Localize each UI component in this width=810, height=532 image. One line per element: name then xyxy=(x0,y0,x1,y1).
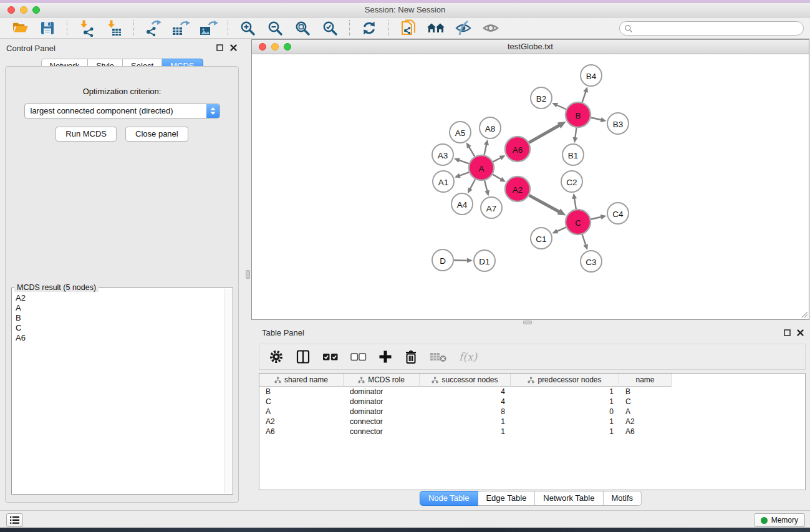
close-window-button[interactable] xyxy=(7,6,15,14)
control-panel: Control Panel NetworkStyleSelectMCDS Opt… xyxy=(0,39,244,508)
table-row[interactable]: Cdominator41C xyxy=(259,397,805,407)
graph-node-D[interactable]: D xyxy=(432,249,453,271)
table-row[interactable]: A6connector11A6 xyxy=(259,427,805,437)
tab-motifs[interactable]: Motifs xyxy=(603,491,642,506)
export-network-icon[interactable] xyxy=(143,19,163,37)
hide-panel-eye-icon[interactable] xyxy=(453,19,473,37)
table-settings-gear-icon[interactable] xyxy=(269,349,284,364)
select-all-checkboxes-icon[interactable] xyxy=(322,351,339,362)
deselect-all-checkboxes-icon[interactable] xyxy=(350,351,367,362)
network-canvas[interactable]: AA1A2A3A4A5A6A7A8BB1B2B3B4CC1C2C3C4DD1 xyxy=(252,54,809,319)
search-field[interactable] xyxy=(619,21,804,36)
graph-node-A2[interactable]: A2 xyxy=(505,177,530,201)
graph-node-A1[interactable]: A1 xyxy=(433,171,454,192)
open-session-button[interactable] xyxy=(10,19,30,37)
tab-node-table[interactable]: Node Table xyxy=(420,491,478,506)
delete-table-icon[interactable] xyxy=(430,351,447,363)
show-panel-eye-icon[interactable] xyxy=(481,19,501,37)
svg-text:A8: A8 xyxy=(485,124,496,133)
mcds-result-item[interactable]: A6 xyxy=(16,333,233,343)
result-scrollbar[interactable] xyxy=(224,289,233,493)
graph-node-A[interactable]: A xyxy=(469,155,494,180)
memory-button[interactable]: Memory xyxy=(754,513,805,527)
graph-node-B4[interactable]: B4 xyxy=(581,65,602,86)
tab-edge-table[interactable]: Edge Table xyxy=(478,491,535,506)
column-header-name[interactable]: name xyxy=(619,374,672,387)
graph-node-B[interactable]: B xyxy=(566,102,591,127)
zoom-out-icon[interactable] xyxy=(265,19,285,37)
network-close-button[interactable] xyxy=(259,43,266,51)
svg-text:C: C xyxy=(575,218,581,228)
graph-node-B3[interactable]: B3 xyxy=(607,113,629,134)
zoom-in-icon[interactable] xyxy=(238,19,258,37)
graph-node-C2[interactable]: C2 xyxy=(561,171,582,192)
graph-node-A7[interactable]: A7 xyxy=(481,197,502,218)
graph-node-C1[interactable]: C1 xyxy=(531,228,552,249)
home-view-icon[interactable] xyxy=(426,19,446,37)
fx-label: f(x) xyxy=(459,351,477,363)
vertical-splitter-grip[interactable] xyxy=(246,270,250,279)
zoom-fit-icon[interactable] xyxy=(292,19,312,37)
network-zoom-button[interactable] xyxy=(284,43,291,51)
delete-column-trash-icon[interactable] xyxy=(404,349,418,364)
column-header-successor-nodes[interactable]: successor nodes xyxy=(420,374,511,387)
graph-node-A8[interactable]: A8 xyxy=(480,117,501,138)
graph-node-A5[interactable]: A5 xyxy=(450,122,471,143)
graph-node-B1[interactable]: B1 xyxy=(562,144,584,165)
mcds-result-item[interactable]: B xyxy=(16,313,233,323)
zoom-window-button[interactable] xyxy=(32,6,40,14)
close-panel-button[interactable]: Close panel xyxy=(125,127,188,142)
column-header-MCDS-role[interactable]: MCDS role xyxy=(344,374,420,387)
panel-columns-icon[interactable] xyxy=(296,349,311,364)
main-titlebar: Session: New Session xyxy=(0,3,810,17)
float-panel-icon[interactable] xyxy=(216,44,224,52)
mcds-result-item[interactable]: A2 xyxy=(16,293,233,303)
mcds-result-list: A2ABCA6 xyxy=(12,288,233,343)
svg-text:B2: B2 xyxy=(536,94,547,104)
function-builder-icon[interactable]: f(x) xyxy=(459,351,477,363)
memory-label: Memory xyxy=(771,516,798,525)
close-panel-icon[interactable] xyxy=(229,44,238,52)
status-bar: Memory xyxy=(0,510,810,528)
export-image-icon[interactable] xyxy=(198,19,218,37)
window-resize-grip[interactable] xyxy=(799,309,808,318)
export-table-icon[interactable] xyxy=(171,19,191,37)
control-panel-title: Control Panel xyxy=(6,44,55,53)
graph-node-C3[interactable]: C3 xyxy=(581,251,602,272)
table-close-panel-icon[interactable] xyxy=(796,329,804,337)
graph-node-D1[interactable]: D1 xyxy=(474,250,495,271)
network-minimize-button[interactable] xyxy=(271,43,279,51)
optimization-dropdown[interactable]: largest connected component (directed) xyxy=(24,104,220,118)
zoom-selected-icon[interactable] xyxy=(320,19,340,37)
graph-node-A4[interactable]: A4 xyxy=(451,193,473,215)
graph-node-C[interactable]: C xyxy=(566,210,591,235)
add-column-icon[interactable] xyxy=(378,350,392,364)
graph-node-C4[interactable]: C4 xyxy=(607,203,629,224)
svg-text:A7: A7 xyxy=(486,204,497,213)
column-header-shared-name[interactable]: shared name xyxy=(259,374,344,387)
save-session-button[interactable] xyxy=(37,19,57,37)
run-mcds-button[interactable]: Run MCDS xyxy=(55,127,117,142)
mcds-result-item[interactable]: C xyxy=(16,323,233,333)
import-network-icon[interactable] xyxy=(77,19,97,37)
svg-text:C4: C4 xyxy=(612,210,624,219)
table-row[interactable]: Bdominator41B xyxy=(259,387,805,397)
graph-node-A3[interactable]: A3 xyxy=(432,144,453,165)
table-row[interactable]: Adominator80A xyxy=(259,407,805,417)
search-input[interactable] xyxy=(633,23,803,34)
table-float-panel-icon[interactable] xyxy=(783,329,791,337)
graph-node-A6[interactable]: A6 xyxy=(505,137,530,162)
table-row[interactable]: A2connector11A2 xyxy=(259,417,805,427)
minimize-window-button[interactable] xyxy=(20,6,27,14)
dropdown-stepper-icon xyxy=(206,104,219,118)
graph-node-B2[interactable]: B2 xyxy=(531,87,552,109)
network-document-icon[interactable] xyxy=(398,19,418,37)
import-table-icon[interactable] xyxy=(104,19,124,37)
mcds-result-item[interactable]: A xyxy=(16,303,233,313)
tab-network-table[interactable]: Network Table xyxy=(535,491,603,506)
refresh-layout-icon[interactable] xyxy=(359,19,379,37)
column-header-predecessor-nodes[interactable]: predecessor nodes xyxy=(511,374,619,387)
task-history-list-icon[interactable] xyxy=(6,513,23,527)
svg-text:D: D xyxy=(440,256,446,266)
toolbar-separator xyxy=(228,20,228,36)
